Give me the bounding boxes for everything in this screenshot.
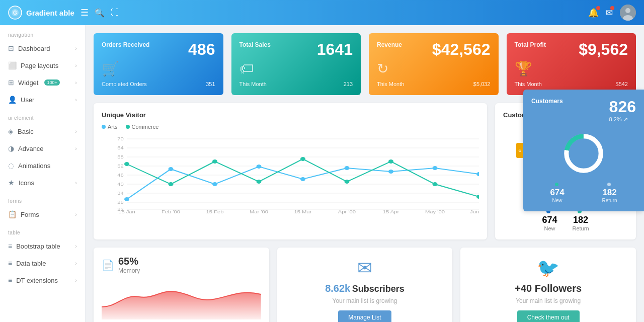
memory-chart-area — [102, 279, 261, 319]
chevron-icon: › — [75, 277, 77, 283]
stat-cards-row: Orders Received 486 🛒 Completed Orders 3… — [94, 33, 636, 95]
twitter-followers: +40 Followers — [515, 283, 582, 294]
svg-text:15 Jan: 15 Jan — [118, 209, 135, 214]
profit-label: This Month — [515, 81, 542, 87]
memory-chart-svg — [102, 279, 261, 319]
forms-section-label: forms — [0, 191, 85, 206]
svg-point-26 — [212, 182, 217, 186]
svg-point-28 — [300, 177, 305, 181]
chart-legend: Arts Commerce — [102, 124, 479, 130]
fp-new-dot — [555, 183, 558, 186]
fp-donut-svg — [561, 131, 606, 176]
arts-legend-dot — [102, 125, 106, 129]
dt-extensions-icon: ≡ — [8, 276, 12, 284]
svg-point-38 — [345, 180, 350, 184]
revenue-sublabel: $5,032 — [473, 81, 491, 87]
svg-text:May '00: May '00 — [425, 209, 445, 214]
user-icon: 👤 — [8, 96, 17, 104]
memory-card: 📄 65% Memory — [94, 248, 269, 322]
svg-text:15 Feb: 15 Feb — [206, 209, 224, 214]
svg-point-37 — [300, 157, 305, 161]
chevron-icon: › — [75, 62, 77, 68]
revenue-footer: This Month $5,032 — [377, 81, 491, 87]
unique-visitor-card: Unique Visitor Arts Commerce — [94, 103, 487, 239]
svg-point-36 — [257, 180, 262, 184]
memory-label: Memory — [118, 267, 140, 274]
sidebar-item-data-table[interactable]: ≡ Data table › — [0, 255, 85, 272]
memory-file-icon: 📄 — [102, 259, 114, 271]
svg-text:46: 46 — [117, 173, 124, 178]
svg-point-24 — [124, 197, 129, 201]
fp-new-num: 674 — [550, 188, 564, 198]
svg-text:58: 58 — [117, 154, 124, 159]
svg-text:15 Mar: 15 Mar — [294, 209, 312, 214]
sidebar-item-dashboard[interactable]: ⊡ Dashboard › — [0, 40, 85, 57]
menu-icon[interactable]: ☰ — [80, 7, 89, 18]
chevron-icon: › — [75, 243, 77, 249]
sidebar: navigation ⊡ Dashboard › ⬜ Page layouts … — [0, 25, 86, 322]
subscribers-line: 8.62k Subscribers — [325, 283, 405, 294]
mail-badge — [610, 6, 614, 10]
svg-point-31 — [433, 166, 438, 170]
svg-point-35 — [212, 159, 217, 164]
memory-percent: 65% — [118, 256, 140, 267]
widget-icon: ⊞ — [8, 78, 14, 87]
sidebar-item-page-layouts[interactable]: ⬜ Page layouts › — [0, 57, 85, 74]
bottom-row: 📄 65% Memory — [94, 248, 636, 322]
stat-card-profit: Total Profit $9,562 🏆 This Month $542 — [507, 33, 636, 95]
avatar[interactable] — [620, 5, 636, 21]
profit-icon: 🏆 — [515, 60, 628, 77]
chevron-icon: › — [75, 45, 77, 51]
logo: G Gradient able — [8, 6, 74, 20]
expand-icon[interactable]: ⛶ — [111, 8, 119, 17]
fp-return-num: 182 — [602, 188, 617, 198]
collapse-panel-button[interactable]: « — [516, 143, 523, 158]
mail-button[interactable]: ✉ — [606, 8, 613, 18]
customers-new-label: New — [542, 225, 557, 231]
fp-growth: 8.2% ↗ — [609, 116, 636, 123]
chevron-icon: › — [75, 145, 77, 151]
profit-title: Total Profit — [515, 41, 546, 48]
sidebar-item-animations[interactable]: ◌ Animations — [0, 157, 85, 174]
svg-point-30 — [388, 170, 393, 174]
customers-return-label: Return — [573, 225, 589, 231]
ui-section-label: ui element — [0, 108, 85, 123]
orders-footer: Completed Orders 351 — [102, 81, 215, 87]
twitter-card: 🐦 +40 Followers Your main list is growin… — [460, 248, 636, 322]
stat-card-orders: Orders Received 486 🛒 Completed Orders 3… — [94, 33, 223, 95]
check-them-out-button[interactable]: Check them out — [517, 310, 580, 322]
manage-list-button[interactable]: Manage List — [338, 310, 391, 322]
sidebar-item-icons[interactable]: ★ Icons › — [0, 174, 85, 191]
svg-point-4 — [625, 8, 630, 13]
bell-badge — [596, 6, 600, 10]
fp-total: 826 — [609, 98, 636, 116]
sales-icon: 🏷 — [239, 60, 353, 77]
profit-number: $9,562 — [579, 41, 628, 57]
sidebar-item-widget[interactable]: ⊞ Widget 100+ › — [0, 74, 85, 91]
sidebar-item-bootstrap-table[interactable]: ≡ Bootstrap table › — [0, 237, 85, 255]
sidebar-item-forms[interactable]: 📋 Forms › — [0, 206, 85, 223]
bell-button[interactable]: 🔔 — [588, 8, 599, 18]
customers-new-num: 674 — [542, 215, 557, 225]
fp-return-stat: 182 Return — [602, 180, 617, 203]
sidebar-item-user[interactable]: 👤 User › — [0, 91, 85, 108]
stat-card-sales: Total Sales 1641 🏷 This Month 213 — [231, 33, 361, 95]
svg-point-33 — [124, 162, 129, 166]
orders-label: Completed Orders — [102, 81, 147, 87]
subscribers-desc: Your main list is growing — [333, 297, 397, 304]
revenue-icon: ↻ — [377, 60, 491, 77]
svg-point-39 — [388, 159, 393, 164]
search-icon[interactable]: 🔍 — [95, 8, 105, 18]
sales-title: Total Sales — [239, 41, 271, 48]
sidebar-item-dt-extensions[interactable]: ≡ DT extensions › — [0, 272, 85, 289]
orders-icon: 🛒 — [102, 60, 215, 77]
sidebar-item-advance[interactable]: ◑ Advance › — [0, 140, 85, 157]
orders-sublabel: 351 — [206, 81, 215, 87]
svg-text:Mar '00: Mar '00 — [250, 209, 268, 214]
svg-text:Feb '00: Feb '00 — [162, 209, 180, 214]
svg-text:64: 64 — [117, 145, 124, 150]
subscribers-number: 8.62k — [325, 283, 350, 294]
svg-text:28: 28 — [117, 200, 124, 205]
sidebar-item-basic[interactable]: ◈ Basic › — [0, 123, 85, 140]
dashboard-icon: ⊡ — [8, 44, 14, 52]
